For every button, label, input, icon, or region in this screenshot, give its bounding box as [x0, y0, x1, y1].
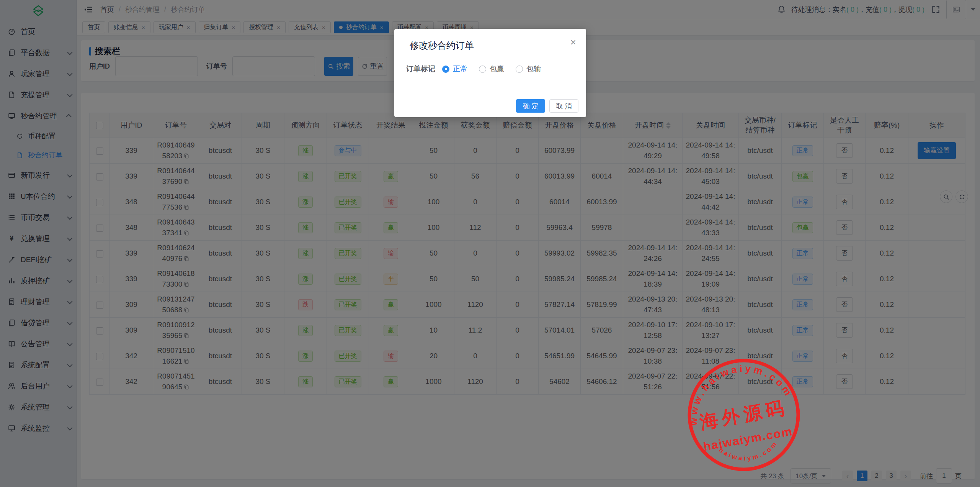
order-mark-label: 订单标记: [406, 64, 435, 74]
radio-circle-icon: [516, 66, 523, 73]
edit-order-modal: 修改秒合约订单 × 订单标记 正常包赢包输 确 定 取 消: [394, 29, 586, 117]
radio-circle-icon: [479, 66, 486, 73]
modal-footer: 确 定 取 消: [516, 99, 578, 113]
radio-label: 正常: [453, 64, 467, 74]
confirm-button[interactable]: 确 定: [516, 99, 545, 113]
cancel-button[interactable]: 取 消: [549, 99, 578, 113]
close-icon[interactable]: ×: [570, 37, 576, 47]
order-mark-form: 订单标记 正常包赢包输: [406, 64, 552, 74]
radio-label: 包输: [526, 64, 541, 74]
radio-包输[interactable]: 包输: [516, 64, 541, 74]
radio-circle-icon: [442, 66, 449, 73]
modal-title: 修改秒合约订单: [410, 39, 474, 52]
radio-正常[interactable]: 正常: [442, 64, 467, 74]
radio-label: 包赢: [490, 64, 504, 74]
radio-包赢[interactable]: 包赢: [479, 64, 504, 74]
